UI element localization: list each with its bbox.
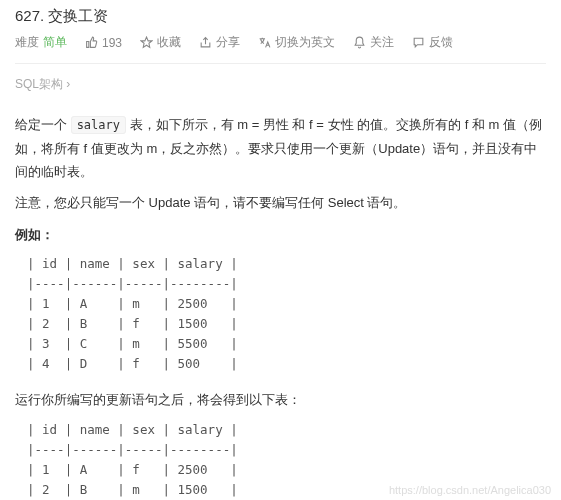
- example-heading: 例如：: [15, 223, 546, 246]
- follow-button[interactable]: 关注: [353, 34, 394, 51]
- code-salary: salary: [71, 116, 126, 134]
- feedback-button[interactable]: 反馈: [412, 34, 453, 51]
- difficulty-value: 简单: [43, 34, 67, 51]
- bell-icon: [353, 36, 366, 49]
- desc-paragraph-2: 注意，您必只能写一个 Update 语句，请不要编写任何 Select 语句。: [15, 191, 546, 214]
- difficulty-label: 难度: [15, 34, 39, 51]
- example-table-before: | id | name | sex | salary | |----|-----…: [15, 254, 546, 374]
- desc-paragraph-1: 给定一个 salary 表，如下所示，有 m = 男性 和 f = 女性 的值。…: [15, 113, 546, 183]
- problem-title: 627. 交换工资: [15, 7, 546, 26]
- translate-icon: [258, 36, 271, 49]
- example-table-after: | id | name | sex | salary | |----|-----…: [15, 420, 546, 500]
- share-icon: [199, 36, 212, 49]
- likes-count: 193: [102, 36, 122, 50]
- star-icon: [140, 36, 153, 49]
- sql-schema-link[interactable]: SQL架构 ›: [15, 76, 70, 93]
- switch-lang-button[interactable]: 切换为英文: [258, 34, 335, 51]
- after-text: 运行你所编写的更新语句之后，将会得到以下表：: [15, 388, 546, 411]
- meta-bar: 难度 简单 193 收藏 分享 切换为英文 关注 反馈: [15, 34, 546, 64]
- problem-description: 给定一个 salary 表，如下所示，有 m = 男性 和 f = 女性 的值。…: [15, 113, 546, 500]
- thumbs-up-icon: [85, 36, 98, 49]
- difficulty: 难度 简单: [15, 34, 67, 51]
- feedback-icon: [412, 36, 425, 49]
- favorite-button[interactable]: 收藏: [140, 34, 181, 51]
- likes-button[interactable]: 193: [85, 36, 122, 50]
- share-button[interactable]: 分享: [199, 34, 240, 51]
